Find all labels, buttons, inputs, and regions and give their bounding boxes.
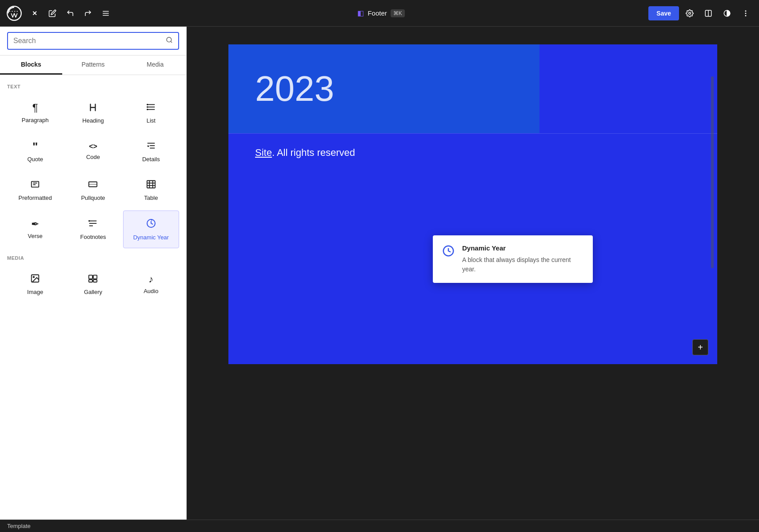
tab-blocks[interactable]: Blocks bbox=[0, 56, 62, 75]
svg-rect-42 bbox=[93, 280, 97, 282]
heading-label: Heading bbox=[82, 117, 104, 124]
svg-line-12 bbox=[171, 41, 172, 43]
table-label: Table bbox=[144, 195, 158, 201]
tooltip-title: Dynamic Year bbox=[462, 244, 584, 252]
svg-point-4 bbox=[689, 12, 691, 14]
dynamic-year-tooltip: Dynamic Year A block that always display… bbox=[433, 235, 593, 283]
quote-icon: " bbox=[32, 141, 38, 152]
block-gallery[interactable]: Gallery bbox=[65, 266, 121, 303]
list-view-button[interactable] bbox=[98, 5, 114, 21]
block-heading[interactable]: Heading bbox=[65, 95, 121, 131]
layout-button[interactable] bbox=[700, 5, 716, 21]
svg-point-16 bbox=[147, 104, 148, 105]
wp-logo bbox=[5, 4, 23, 22]
block-verse[interactable]: ✒ Verse bbox=[7, 210, 63, 248]
pullquote-icon bbox=[88, 179, 98, 191]
tooltip-content: Dynamic Year A block that always display… bbox=[462, 244, 584, 274]
block-list[interactable]: List bbox=[123, 95, 179, 131]
block-quote[interactable]: " Quote bbox=[7, 133, 63, 170]
paragraph-icon: ¶ bbox=[32, 103, 38, 113]
dynamic-year-icon bbox=[146, 218, 156, 230]
main-layout: Blocks Patterns Media TEXT ¶ Paragraph H… bbox=[0, 27, 759, 520]
svg-point-11 bbox=[167, 37, 172, 42]
preformatted-label: Preformatted bbox=[19, 195, 52, 201]
category-text-label: TEXT bbox=[7, 84, 179, 89]
svg-point-10 bbox=[745, 15, 746, 16]
footer-canvas: 2023 Site. All rights reserved Dynamic Y… bbox=[228, 44, 717, 364]
tab-media[interactable]: Media bbox=[124, 56, 186, 75]
search-icon bbox=[166, 36, 173, 45]
top-section: 2023 bbox=[228, 44, 717, 133]
image-icon bbox=[30, 274, 40, 285]
svg-point-17 bbox=[147, 107, 148, 107]
footnotes-icon bbox=[88, 218, 98, 230]
more-options-button[interactable] bbox=[738, 5, 754, 21]
settings-button[interactable] bbox=[682, 5, 698, 21]
add-block-button[interactable]: + bbox=[692, 339, 708, 355]
pullquote-label: Pullquote bbox=[81, 195, 105, 201]
gallery-label: Gallery bbox=[84, 289, 102, 295]
rights-suffix: . All rights reserved bbox=[272, 147, 355, 158]
block-paragraph[interactable]: ¶ Paragraph bbox=[7, 95, 63, 131]
canvas-area: 2023 Site. All rights reserved Dynamic Y… bbox=[187, 27, 759, 520]
undo-button[interactable] bbox=[62, 5, 78, 21]
audio-label: Audio bbox=[144, 288, 158, 294]
toolbar: ✕ ◧ Footer ⌘K Save bbox=[0, 0, 759, 27]
redo-button[interactable] bbox=[80, 5, 96, 21]
tooltip-dynamic-year-icon bbox=[442, 244, 455, 261]
edit-button[interactable] bbox=[44, 5, 60, 21]
toolbar-right: Save bbox=[648, 5, 754, 21]
block-dynamic-year[interactable]: Dynamic Year bbox=[123, 210, 179, 248]
code-icon: <> bbox=[89, 143, 97, 150]
search-container bbox=[0, 27, 186, 56]
save-button[interactable]: Save bbox=[648, 6, 679, 20]
block-details[interactable]: Details bbox=[123, 133, 179, 170]
list-icon bbox=[146, 102, 156, 114]
tab-patterns[interactable]: Patterns bbox=[62, 56, 124, 75]
image-label: Image bbox=[27, 289, 43, 295]
tooltip-description: A block that always displays the current… bbox=[462, 255, 584, 274]
list-label: List bbox=[147, 117, 156, 124]
contrast-button[interactable] bbox=[719, 5, 735, 21]
close-button[interactable]: ✕ bbox=[27, 5, 43, 21]
gallery-icon bbox=[88, 274, 98, 285]
table-icon bbox=[146, 179, 156, 191]
audio-icon: ♪ bbox=[148, 274, 153, 284]
block-table[interactable]: Table bbox=[123, 172, 179, 209]
text-blocks-grid: ¶ Paragraph Heading List " bbox=[7, 95, 179, 248]
search-box bbox=[7, 32, 179, 50]
svg-point-8 bbox=[745, 11, 746, 12]
svg-point-9 bbox=[745, 13, 746, 14]
verse-label: Verse bbox=[28, 233, 43, 239]
quote-label: Quote bbox=[27, 156, 43, 163]
year-section: 2023 bbox=[228, 44, 539, 133]
block-code[interactable]: <> Code bbox=[65, 133, 121, 170]
year-text: 2023 bbox=[255, 71, 513, 107]
site-link[interactable]: Site bbox=[255, 147, 272, 158]
rights-text: Site. All rights reserved bbox=[255, 147, 355, 159]
details-icon bbox=[146, 141, 156, 152]
block-pullquote[interactable]: Pullquote bbox=[65, 172, 121, 209]
svg-rect-27 bbox=[147, 181, 155, 188]
sidebar: Blocks Patterns Media TEXT ¶ Paragraph H… bbox=[0, 27, 187, 520]
search-input[interactable] bbox=[13, 37, 162, 45]
svg-point-18 bbox=[147, 109, 148, 110]
canvas-scrollbar[interactable] bbox=[711, 76, 714, 268]
svg-point-38 bbox=[33, 276, 35, 278]
status-bar: Template bbox=[0, 520, 759, 532]
details-label: Details bbox=[142, 156, 160, 163]
code-label: Code bbox=[86, 154, 100, 160]
page-title: Footer bbox=[368, 9, 387, 17]
right-section bbox=[539, 44, 717, 133]
block-audio[interactable]: ♪ Audio bbox=[123, 266, 179, 303]
block-preformatted[interactable]: Preformatted bbox=[7, 172, 63, 209]
verse-icon: ✒ bbox=[31, 219, 39, 229]
block-footnotes[interactable]: Footnotes bbox=[65, 210, 121, 248]
footnotes-label: Footnotes bbox=[80, 234, 106, 240]
preformatted-icon bbox=[30, 179, 40, 191]
svg-rect-39 bbox=[89, 275, 92, 279]
rights-section: Site. All rights reserved bbox=[228, 134, 717, 172]
paragraph-label: Paragraph bbox=[22, 117, 49, 123]
toolbar-center: ◧ Footer ⌘K bbox=[116, 9, 647, 17]
block-image[interactable]: Image bbox=[7, 266, 63, 303]
